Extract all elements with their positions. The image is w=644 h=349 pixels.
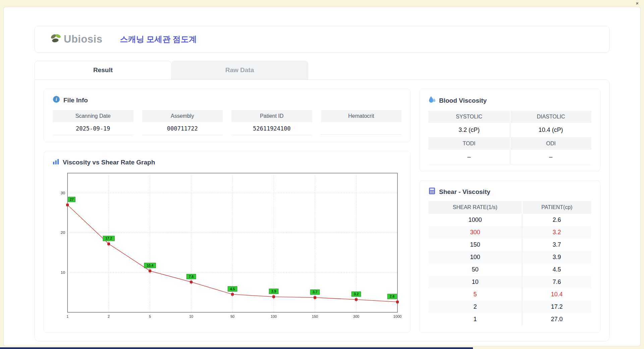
odi-header: ODI <box>510 138 591 150</box>
field-value: 000711722 <box>142 122 223 135</box>
leaf-logo-icon <box>50 33 62 45</box>
graph-title: Viscosity vs Shear Rate Graph <box>63 159 155 166</box>
field-label: Assembly <box>142 110 223 122</box>
patient-value-cell: 3.7 <box>522 239 591 251</box>
shear-rate-cell: 5 <box>428 288 522 301</box>
file-info-card: i File Info Scanning Date 2025-09-19 Ass… <box>44 89 411 142</box>
patient-value-cell: 2.6 <box>522 214 591 226</box>
svg-text:10: 10 <box>61 270 65 275</box>
field-value: 2025-09-19 <box>53 122 133 135</box>
tab-result[interactable]: Result <box>35 61 171 80</box>
svg-text:17.2: 17.2 <box>105 237 112 241</box>
graph-title-row: Viscosity vs Shear Rate Graph <box>53 158 401 166</box>
droplet-icon <box>428 96 436 105</box>
shear-viscosity-card: Shear - Viscosity SHEAR RATE(1/s) PATIEN… <box>419 180 600 333</box>
patient-value-cell: 7.6 <box>522 276 591 288</box>
shear-rate-cell: 300 <box>428 226 522 239</box>
patient-value-cell: 10.4 <box>522 288 591 301</box>
file-info-title: File Info <box>63 97 88 104</box>
field-value: 52611924100 <box>231 122 312 135</box>
shear-row: 504.5 <box>428 263 591 276</box>
odi-value: – <box>510 150 591 164</box>
shear-row: 217.2 <box>428 301 591 313</box>
svg-text:3.2: 3.2 <box>354 292 359 296</box>
patient-value-cell: 17.2 <box>522 301 591 313</box>
svg-text:150: 150 <box>312 314 318 318</box>
shear-rate-cell: 1 <box>428 313 522 326</box>
svg-text:3.9: 3.9 <box>271 290 276 293</box>
field-label: Scanning Date <box>53 110 133 122</box>
svg-text:10.4: 10.4 <box>147 264 154 267</box>
svg-text:10: 10 <box>189 314 193 318</box>
svg-text:2: 2 <box>108 314 110 318</box>
app-window: Ubiosis 스캐닝 모세관 점도계 Result Raw Data i <box>3 7 641 346</box>
chart-area: 102030125105010015030010002717.210.47.64… <box>53 170 401 322</box>
patient-value-cell: 3.2 <box>522 226 591 239</box>
shear-viscosity-title-row: Shear - Viscosity <box>428 187 591 196</box>
viscosity-chart: 102030125105010015030010002717.210.47.64… <box>54 170 401 322</box>
shear-viscosity-table: SHEAR RATE(1/s) PATIENT(cp) 10002.6 3003… <box>428 201 591 326</box>
blood-viscosity-title-row: Blood Viscosity <box>428 96 591 105</box>
blood-viscosity-card: Blood Viscosity SYSTOLIC DIASTOLIC 3.2 (… <box>419 89 600 171</box>
shear-rate-cell: 100 <box>428 251 522 263</box>
patient-value-cell: 27.0 <box>522 313 591 326</box>
shear-rate-cell: 150 <box>428 239 522 251</box>
svg-text:30: 30 <box>61 191 65 195</box>
svg-text:20: 20 <box>61 231 65 235</box>
brand-logo: Ubiosis <box>50 33 102 45</box>
svg-text:300: 300 <box>353 314 359 318</box>
diastolic-header: DIASTOLIC <box>510 111 591 123</box>
patient-value-cell: 3.9 <box>522 251 591 263</box>
info-icon: i <box>53 96 60 105</box>
patient-value-cell: 4.5 <box>522 263 591 276</box>
shear-row: 510.4 <box>428 288 591 301</box>
svg-text:1: 1 <box>66 314 68 318</box>
field-label: Hematocrit <box>321 110 402 122</box>
svg-text:27: 27 <box>70 198 74 201</box>
patient-column-header: PATIENT(cp) <box>522 201 591 214</box>
shear-rate-cell: 2 <box>428 301 522 313</box>
field-label: Patient ID <box>231 110 312 122</box>
file-info-fields: Scanning Date 2025-09-19 Assembly 000711… <box>53 110 401 135</box>
app-header: Ubiosis 스캐닝 모세관 점도계 <box>35 26 609 53</box>
bar-chart-icon <box>53 158 59 166</box>
field-scanning-date: Scanning Date 2025-09-19 <box>53 110 133 135</box>
shear-row: 1503.7 <box>428 239 591 251</box>
svg-text:2.6: 2.6 <box>390 295 395 299</box>
tab-raw-data[interactable]: Raw Data <box>171 61 308 80</box>
taskbar-sliver <box>0 347 473 349</box>
systolic-value: 3.2 (cP) <box>428 123 510 138</box>
blood-viscosity-title: Blood Viscosity <box>439 97 487 104</box>
field-patient-id: Patient ID 52611924100 <box>231 110 312 135</box>
calculator-icon <box>428 187 436 196</box>
file-info-title-row: i File Info <box>53 96 401 105</box>
shear-row: 1003.9 <box>428 251 591 263</box>
svg-text:50: 50 <box>230 314 234 318</box>
svg-text:i: i <box>56 97 57 102</box>
svg-text:1000: 1000 <box>393 314 401 318</box>
shear-row: 3003.2 <box>428 226 591 239</box>
svg-text:4.5: 4.5 <box>230 287 235 291</box>
todi-value: – <box>428 150 510 164</box>
main-panel: i File Info Scanning Date 2025-09-19 Ass… <box>35 80 609 341</box>
systolic-header: SYSTOLIC <box>428 111 510 123</box>
svg-text:7.6: 7.6 <box>189 275 194 279</box>
field-hematocrit: Hematocrit <box>321 110 402 135</box>
shear-rate-cell: 50 <box>428 263 522 276</box>
todi-header: TODI <box>428 138 510 150</box>
diastolic-value: 10.4 (cP) <box>510 123 591 138</box>
close-button[interactable]: × <box>636 0 639 6</box>
field-assembly: Assembly 000711722 <box>142 110 223 135</box>
tab-bar: Result Raw Data <box>35 61 609 80</box>
field-value <box>321 122 402 135</box>
svg-text:100: 100 <box>271 314 277 318</box>
right-column: Blood Viscosity SYSTOLIC DIASTOLIC 3.2 (… <box>419 89 600 333</box>
svg-text:3.7: 3.7 <box>313 291 318 294</box>
shear-rate-column-header: SHEAR RATE(1/s) <box>428 201 522 214</box>
shear-row: 127.0 <box>428 313 591 326</box>
shear-rate-cell: 10 <box>428 276 522 288</box>
shear-rate-cell: 1000 <box>428 214 522 226</box>
viscosity-graph-card: Viscosity vs Shear Rate Graph 1020301251… <box>44 151 411 333</box>
shear-viscosity-title: Shear - Viscosity <box>439 188 490 196</box>
table-header-row: SHEAR RATE(1/s) PATIENT(cp) <box>428 201 591 214</box>
